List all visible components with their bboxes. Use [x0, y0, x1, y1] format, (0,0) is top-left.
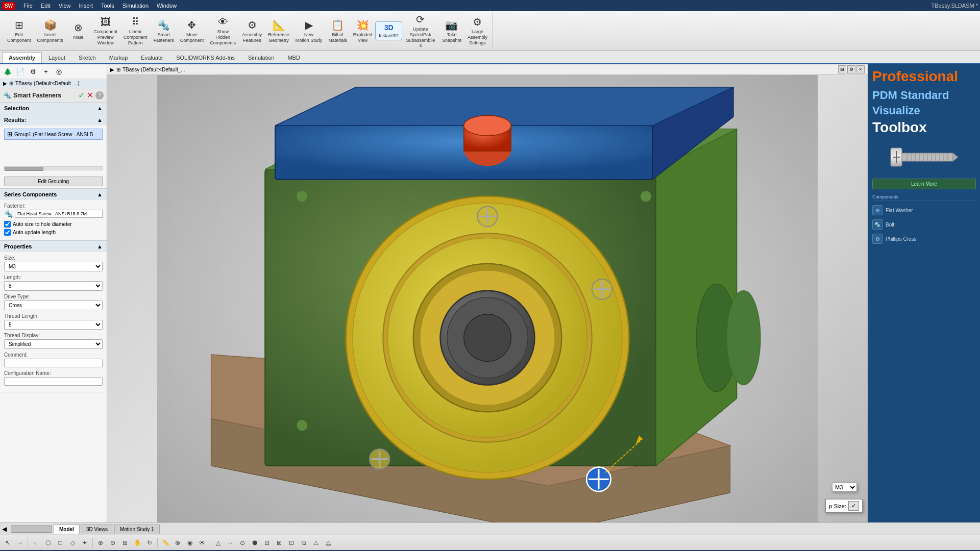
- bt-tool-10[interactable]: ⧋: [323, 537, 334, 548]
- auto-size-checkbox[interactable]: [4, 221, 11, 228]
- bt-lasso-select[interactable]: ◇: [67, 537, 78, 548]
- menu-file[interactable]: File: [19, 2, 37, 10]
- tab-nav-left[interactable]: ◀: [2, 525, 7, 533]
- results-scrollbar[interactable]: [4, 166, 103, 170]
- bt-snap[interactable]: ⊠: [274, 537, 285, 548]
- bt-blocks[interactable]: ⬢: [249, 537, 260, 548]
- instant3d-button[interactable]: 3D Instant3D: [375, 21, 402, 41]
- selection-section-header[interactable]: Selection ▲: [0, 103, 107, 114]
- bt-section[interactable]: ⊗: [172, 537, 183, 548]
- bt-paint-select[interactable]: ✦: [79, 537, 90, 548]
- auto-update-checkbox[interactable]: [4, 229, 11, 236]
- svg-marker-55: [953, 153, 958, 161]
- component-preview-button[interactable]: 🖼 ComponentPreviewWindow: [91, 14, 121, 47]
- model-view[interactable]: p Size: M1.6M2M2.5M3M4M5 ✓: [107, 75, 868, 522]
- bt-tool-9[interactable]: ⧊: [310, 537, 322, 548]
- exploded-view-button[interactable]: 💥 ExplodedView: [350, 17, 376, 45]
- feature-tree-icon-2[interactable]: 📄: [15, 66, 26, 77]
- bt-dim[interactable]: ↔: [225, 537, 236, 548]
- size-popup-select[interactable]: M1.6M2M2.5M3M4M5: [832, 483, 857, 492]
- linear-pattern-button[interactable]: ⠿ LinearComponentPattern: [120, 14, 151, 47]
- bt-display-mode[interactable]: ◉: [184, 537, 195, 548]
- accept-button[interactable]: ✓: [78, 90, 85, 100]
- bt-zoom-out[interactable]: ⊖: [107, 537, 118, 548]
- feature-tree-icon-1[interactable]: 🌲: [2, 66, 13, 77]
- edit-grouping-button[interactable]: Edit Grouping: [4, 177, 103, 186]
- reference-geometry-button[interactable]: 📐 ReferenceGeometry: [265, 17, 292, 45]
- bottom-tab-model[interactable]: Model: [54, 524, 80, 534]
- menu-tools[interactable]: Tools: [97, 2, 118, 10]
- bt-grid[interactable]: ⊟: [261, 537, 273, 548]
- bt-select-tool[interactable]: ↖: [2, 537, 13, 548]
- bt-relations[interactable]: ⊙: [237, 537, 248, 548]
- viewport[interactable]: ▶ ⊞ TBassy (Default<Default_... ⊞ ⚙ ×: [107, 64, 868, 522]
- length-select[interactable]: 81012: [4, 281, 103, 291]
- feature-tree-icon-5[interactable]: ◎: [53, 66, 64, 77]
- move-component-button[interactable]: ✥ MoveComponent: [177, 17, 207, 45]
- bt-smart-select[interactable]: ⬡: [42, 537, 54, 548]
- tab-simulation[interactable]: Simulation: [241, 52, 281, 63]
- bottom-tab-3dviews[interactable]: 3D Views: [81, 524, 113, 534]
- update-speedpak-button[interactable]: ⟳ UpdateSpeedPakSubassemblies: [402, 12, 439, 50]
- help-button[interactable]: ?: [95, 91, 104, 99]
- cancel-button[interactable]: ✕: [87, 90, 93, 100]
- size-popup-ok[interactable]: ✓: [848, 501, 859, 511]
- large-assembly-settings-button[interactable]: ⚙ LargeAssemblySettings: [464, 14, 491, 47]
- viewport-settings-button[interactable]: ⚙: [847, 65, 855, 73]
- smart-fasteners-panel-icon: 🔩: [3, 91, 11, 99]
- results-section-header[interactable]: Results: ▲: [0, 114, 107, 126]
- tab-addins[interactable]: SOLIDWORKS Add-Ins: [169, 52, 241, 63]
- bt-arrow-tool[interactable]: →: [14, 537, 26, 548]
- results-item[interactable]: ⊞ Group1 (Flat Head Screw - ANSI B: [4, 129, 103, 140]
- show-hidden-button[interactable]: 👁 ShowHiddenComponents: [207, 14, 239, 47]
- tab-sketch[interactable]: Sketch: [72, 52, 103, 63]
- menu-window[interactable]: Window: [153, 2, 181, 10]
- edit-component-button[interactable]: ⊞ EditComponent: [4, 17, 34, 45]
- mate-button[interactable]: ⊗ Mate: [66, 20, 91, 42]
- bt-zoom-in[interactable]: ⊕: [95, 537, 106, 548]
- bt-zoom-fit[interactable]: ⊞: [119, 537, 131, 548]
- viewport-expand-button[interactable]: ⊞: [838, 65, 846, 73]
- menu-simulation[interactable]: Simulation: [118, 2, 153, 10]
- rp-item-3[interactable]: ⚙ Phillips Cross: [872, 232, 976, 246]
- feature-tree-icon-3[interactable]: ⚙: [28, 66, 39, 77]
- bt-inference[interactable]: ⊡: [286, 537, 297, 548]
- rp-item-2[interactable]: 🔩 Bolt: [872, 217, 976, 232]
- bt-rapid-sketch[interactable]: ⧉: [298, 537, 309, 548]
- bt-box-select[interactable]: □: [55, 537, 66, 548]
- tab-mbd[interactable]: MBD: [281, 52, 306, 63]
- config-name-input[interactable]: B18.6.7M - M3 x 0.5 x 8 Type I Cross Rec…: [4, 377, 103, 386]
- properties-section-header[interactable]: Properties ▲: [0, 241, 107, 252]
- bt-measure[interactable]: 📏: [160, 537, 171, 548]
- learn-more-button[interactable]: Learn More: [872, 179, 976, 189]
- thread-display-select[interactable]: SimplifiedCosmeticNone: [4, 339, 103, 349]
- feature-tree-icon-4[interactable]: +: [40, 66, 52, 77]
- thread-length-select[interactable]: 81012: [4, 320, 103, 330]
- size-select[interactable]: M3M4M5M6: [4, 262, 103, 271]
- series-components-header[interactable]: Series Components ▲: [0, 189, 107, 200]
- bt-sketch-display[interactable]: △: [212, 537, 224, 548]
- rp-item-1[interactable]: ⊞ Flat Washer: [872, 203, 976, 217]
- bt-pan[interactable]: ✋: [132, 537, 143, 548]
- tab-markup[interactable]: Markup: [103, 52, 135, 63]
- new-motion-study-button[interactable]: ▶ NewMotion Study: [292, 17, 326, 45]
- menu-insert[interactable]: Insert: [75, 2, 97, 10]
- assembly-features-button[interactable]: ⚙ AssemblyFeatures: [239, 17, 265, 45]
- bt-circle-tool[interactable]: ○: [30, 537, 41, 548]
- menu-edit[interactable]: Edit: [37, 2, 55, 10]
- menu-view[interactable]: View: [55, 2, 75, 10]
- tab-assembly[interactable]: Assembly: [2, 52, 42, 63]
- comment-input[interactable]: [4, 359, 103, 367]
- tab-layout[interactable]: Layout: [42, 52, 72, 63]
- smart-fasteners-toolbar-button[interactable]: 🔩 SmartFasteners: [151, 17, 177, 45]
- take-snapshot-button[interactable]: 📷 TakeSnapshot: [439, 17, 464, 45]
- bt-hide-show[interactable]: 👁: [197, 537, 208, 548]
- tab-evaluate[interactable]: Evaluate: [134, 52, 169, 63]
- bottom-tab-motion[interactable]: Motion Study 1: [114, 524, 160, 534]
- insert-components-button[interactable]: 📦 InsertComponents: [34, 17, 66, 45]
- bt-rotate[interactable]: ↻: [144, 537, 155, 548]
- bill-of-materials-button[interactable]: 📋 Bill ofMaterials: [325, 17, 350, 45]
- drive-type-select[interactable]: CrossPhillipsTorx: [4, 300, 103, 310]
- viewport-close-button[interactable]: ×: [856, 65, 865, 73]
- scrollbar-thumb[interactable]: [5, 167, 43, 171]
